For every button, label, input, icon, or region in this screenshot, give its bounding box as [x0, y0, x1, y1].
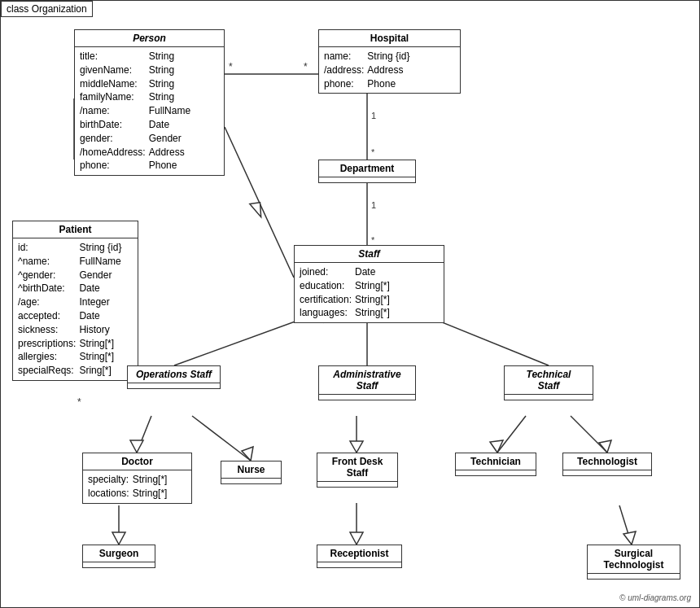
svg-line-37: [619, 505, 632, 545]
svg-marker-34: [112, 532, 125, 545]
svg-marker-38: [623, 531, 636, 545]
class-patient-header: Patient: [13, 221, 138, 238]
class-surgical-technologist-body: [588, 574, 680, 579]
diagram-container: class Organization * * 1 * 1 * *: [0, 0, 700, 608]
svg-text:1: 1: [371, 200, 376, 210]
svg-marker-24: [130, 440, 143, 453]
class-doctor-header: Doctor: [83, 453, 191, 470]
svg-marker-36: [350, 532, 363, 545]
class-department-body: [319, 177, 415, 182]
class-technical-staff-body: [505, 395, 593, 400]
class-nurse-header: Nurse: [221, 461, 281, 479]
class-front-desk-staff-header: Front DeskStaff: [317, 453, 397, 482]
svg-text:*: *: [371, 235, 375, 245]
class-hospital-header: Hospital: [319, 30, 460, 47]
class-technologist-body: [563, 470, 651, 475]
class-hospital-body: name:String {id} /address:Address phone:…: [319, 47, 460, 93]
class-technical-staff: TechnicalStaff: [504, 365, 593, 400]
class-operations-staff-header: Operations Staff: [128, 366, 220, 383]
class-administrative-staff: AdministrativeStaff: [318, 365, 416, 400]
class-technologist: Technologist: [562, 453, 652, 476]
class-technical-staff-header: TechnicalStaff: [505, 366, 593, 395]
copyright-text: © uml-diagrams.org: [619, 593, 691, 602]
svg-line-31: [571, 416, 607, 453]
svg-marker-15: [247, 199, 267, 217]
class-nurse: Nurse: [221, 461, 282, 484]
svg-line-23: [137, 416, 151, 453]
class-surgeon-body: [83, 562, 155, 567]
class-staff-body: joined:Date education:String[*] certific…: [295, 263, 444, 322]
class-patient: Patient id:String {id} ^name:FullName ^g…: [12, 221, 138, 381]
class-front-desk-staff-body: [317, 482, 397, 487]
svg-line-25: [192, 416, 251, 461]
class-receptionist-body: [317, 562, 401, 567]
class-administrative-staff-body: [319, 395, 415, 400]
class-department-header: Department: [319, 160, 415, 177]
class-staff-header: Staff: [295, 246, 444, 263]
class-technologist-header: Technologist: [563, 453, 651, 470]
class-receptionist-header: Receptionist: [317, 545, 401, 562]
class-department: Department: [318, 160, 416, 183]
class-doctor: Doctor specialty:String[*] locations:Str…: [82, 453, 192, 504]
class-nurse-body: [221, 479, 281, 483]
class-operations-staff-body: [128, 383, 220, 388]
class-front-desk-staff: Front DeskStaff: [317, 453, 398, 488]
class-surgical-technologist-header: SurgicalTechnologist: [588, 545, 680, 574]
class-administrative-staff-header: AdministrativeStaff: [319, 366, 415, 395]
class-staff: Staff joined:Date education:String[*] ce…: [294, 245, 444, 323]
svg-marker-28: [350, 441, 363, 453]
class-surgeon: Surgeon: [82, 545, 155, 568]
class-receptionist: Receptionist: [317, 545, 402, 568]
svg-line-14: [225, 127, 294, 278]
svg-marker-30: [490, 440, 503, 453]
class-technician-header: Technician: [456, 453, 536, 470]
svg-text:1: 1: [371, 111, 376, 120]
svg-marker-32: [599, 440, 611, 453]
class-surgeon-header: Surgeon: [83, 545, 155, 562]
svg-text:*: *: [77, 396, 81, 408]
class-technician-body: [456, 470, 536, 475]
svg-text:*: *: [229, 61, 233, 72]
svg-text:*: *: [371, 147, 375, 157]
class-surgical-technologist: SurgicalTechnologist: [587, 545, 680, 580]
class-person-body: title:String givenName:String middleName…: [75, 47, 224, 175]
svg-marker-26: [242, 447, 253, 461]
class-doctor-body: specialty:String[*] locations:String[*]: [83, 470, 191, 503]
class-hospital: Hospital name:String {id} /address:Addre…: [318, 29, 461, 94]
svg-line-29: [497, 416, 526, 453]
svg-text:*: *: [304, 61, 308, 72]
class-person-header: Person: [75, 30, 224, 47]
class-person: Person title:String givenName:String mid…: [74, 29, 225, 176]
class-patient-body: id:String {id} ^name:FullName ^gender:Ge…: [13, 238, 138, 380]
class-operations-staff: Operations Staff: [127, 365, 221, 389]
diagram-title: class Organization: [1, 1, 93, 17]
class-technician: Technician: [455, 453, 536, 476]
